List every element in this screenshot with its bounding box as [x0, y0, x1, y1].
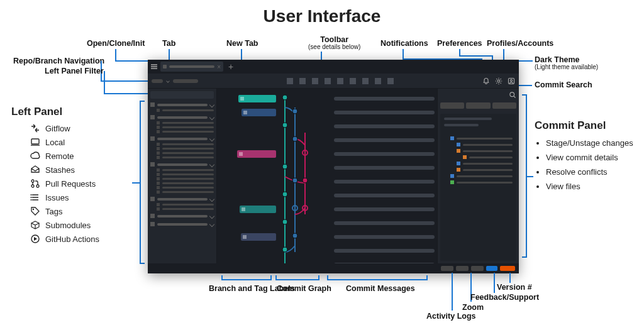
commit-panel: [437, 89, 519, 263]
toolbar-button[interactable]: [350, 78, 356, 84]
svg-point-29: [510, 92, 514, 97]
commit-panel-legend: Commit Panel Stage/Unstage changes View …: [535, 119, 633, 196]
anno-notifications: Notifications: [380, 39, 428, 48]
file-item[interactable]: [444, 167, 513, 173]
toolbar-button[interactable]: [362, 78, 369, 84]
svg-point-7: [33, 209, 34, 210]
toolbar-button[interactable]: [337, 78, 343, 84]
leg-pr: Pull Requests: [30, 179, 99, 189]
file-item[interactable]: [444, 141, 513, 148]
left-panel-filter[interactable]: [150, 91, 214, 99]
anno-activity-logs: Activity Logs: [426, 312, 476, 321]
file-item[interactable]: [444, 179, 513, 185]
commit-message[interactable]: [334, 97, 435, 101]
zoom-control[interactable]: [456, 266, 469, 271]
anno-repo-nav: Repo/Branch Navigation: [13, 57, 104, 65]
file-item[interactable]: [444, 173, 513, 179]
commit-message[interactable]: [334, 263, 435, 263]
toolbar: [198, 78, 482, 84]
left-panel: [148, 89, 217, 263]
anno-profiles: Profiles/Accounts: [487, 39, 553, 48]
svg-line-30: [514, 96, 515, 97]
anno-tab: Tab: [162, 39, 175, 48]
version-badge[interactable]: [500, 266, 515, 271]
user-icon[interactable]: [508, 77, 515, 85]
lp-section[interactable]: [150, 195, 214, 202]
commit-message[interactable]: [334, 180, 435, 184]
anno-commit-messages: Commit Messages: [346, 284, 415, 293]
leg-local: Local: [30, 137, 99, 147]
app-window: × +: [148, 60, 519, 273]
commit-message[interactable]: [334, 138, 435, 142]
svg-point-1: [31, 180, 34, 182]
lp-section[interactable]: [150, 114, 214, 121]
lp-section[interactable]: [150, 221, 214, 228]
commit-message[interactable]: [334, 207, 435, 211]
commit-message[interactable]: [334, 249, 435, 253]
anno-preferences: Preferences: [437, 39, 482, 48]
leg-actions: GitHub Actions: [30, 234, 99, 244]
toolbar-button[interactable]: [312, 78, 318, 84]
file-item[interactable]: [444, 148, 513, 154]
repo-tab[interactable]: ×: [160, 62, 223, 72]
anno-new-tab: New Tab: [226, 39, 258, 48]
repo-branch-nav[interactable]: [152, 79, 198, 83]
toolbar-button[interactable]: [375, 78, 381, 84]
menu-icon[interactable]: [150, 63, 158, 70]
svg-point-11: [511, 79, 513, 81]
svg-point-5: [31, 197, 32, 198]
anno-zoom: Zoom: [462, 303, 484, 312]
commit-message[interactable]: [334, 124, 435, 128]
anno-dark-theme: Dark Theme (Light theme available): [535, 55, 598, 70]
anno-feedback: Feedback/Support: [470, 293, 539, 302]
toolbar-button[interactable]: [287, 78, 293, 84]
leg-stashes: Stashes: [30, 165, 99, 175]
commit-message[interactable]: [334, 194, 435, 197]
svg-rect-0: [31, 139, 39, 144]
lp-section[interactable]: [150, 212, 214, 219]
leg-remote: Remote: [30, 151, 99, 161]
toolbar-button[interactable]: [325, 78, 331, 84]
search-icon[interactable]: [509, 91, 516, 99]
page-title: User Interface: [0, 6, 644, 26]
branch-label[interactable]: [237, 150, 276, 158]
anno-commit-graph: Commit Graph: [277, 284, 331, 293]
lp-section[interactable]: [150, 161, 214, 168]
commit-message[interactable]: [334, 221, 435, 225]
file-item[interactable]: [444, 154, 513, 160]
branch-label[interactable]: [241, 233, 276, 241]
file-item[interactable]: [444, 135, 513, 141]
toolbar-button[interactable]: [299, 78, 306, 84]
commit-message[interactable]: [334, 152, 435, 156]
branch-label[interactable]: [242, 109, 276, 116]
commit-graph-panel: [217, 89, 437, 263]
branch-label[interactable]: [238, 95, 276, 102]
svg-point-9: [497, 80, 500, 82]
lp-section[interactable]: [150, 101, 214, 108]
anno-filter: Left Panel Filter: [45, 67, 104, 75]
commit-search[interactable]: [440, 91, 516, 99]
commit-message[interactable]: [334, 235, 435, 239]
file-item[interactable]: [444, 160, 513, 167]
toolbar-button[interactable]: [387, 78, 394, 84]
activity-log-button[interactable]: [441, 266, 453, 271]
commit-message[interactable]: [334, 111, 435, 114]
leg-issues: Issues: [30, 192, 99, 202]
close-icon[interactable]: ×: [217, 63, 221, 70]
commit-panel-tabs[interactable]: [440, 102, 516, 111]
anno-commit-search: Commit Search: [535, 80, 592, 89]
left-panel-legend: Left Panel Gitflow Local Remote Stashes …: [30, 106, 99, 248]
svg-point-4: [31, 194, 32, 195]
anno-version: Version #: [497, 283, 532, 292]
lp-section[interactable]: [150, 135, 214, 142]
bell-icon[interactable]: [482, 77, 490, 85]
commit-message[interactable]: [334, 166, 435, 170]
branch-label[interactable]: [240, 206, 276, 213]
new-tab-button[interactable]: +: [226, 62, 236, 72]
zoom-control[interactable]: [471, 266, 484, 271]
svg-point-2: [31, 185, 34, 187]
tab-bar: × +: [148, 60, 519, 74]
svg-point-3: [36, 185, 39, 187]
feedback-button[interactable]: [486, 266, 497, 271]
gear-icon[interactable]: [495, 77, 502, 85]
